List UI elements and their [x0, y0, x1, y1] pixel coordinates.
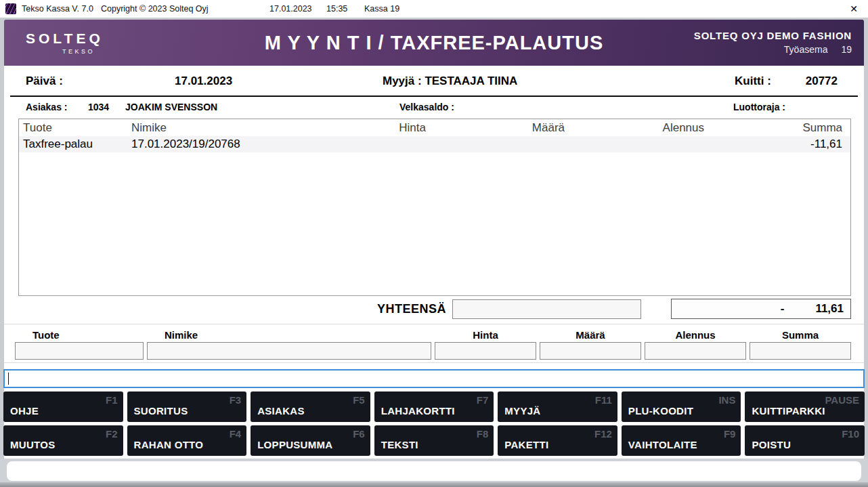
- function-button-ohje[interactable]: F1 OHJE: [3, 391, 123, 422]
- seller-value: TESTAAJA TIINA: [425, 75, 517, 87]
- function-button-grid: F1 OHJE F3 SUORITUS F5 ASIAKAS F7 LAHJAK…: [3, 391, 865, 456]
- col-header-hinta: Hinta: [314, 121, 426, 135]
- function-button-myyja[interactable]: F11 MYYJÄ: [498, 391, 617, 422]
- col-header-nimike: Nimike: [131, 121, 314, 135]
- function-button-kuittiparkki[interactable]: PAUSE KUITTIPARKKI: [745, 391, 865, 422]
- items-table[interactable]: Tuote Nimike Hinta Määrä Alennus Summa T…: [18, 119, 851, 296]
- button-label: LAHJAKORTTI: [381, 405, 455, 417]
- button-key: F4: [230, 428, 242, 440]
- button-label: ASIAKAS: [257, 405, 305, 417]
- function-button-lahjakortti[interactable]: F7 LAHJAKORTTI: [374, 391, 494, 422]
- entry-label-maara: Määrä: [540, 329, 641, 341]
- app-header: SOLTEQ TEKSO M Y Y N T I / TAXFREE-PALAU…: [4, 20, 864, 66]
- entry-label-alennus: Alennus: [645, 329, 746, 341]
- seller-line: Myyjä : TESTAAJA TIINA: [383, 75, 517, 88]
- function-button-muutos[interactable]: F2 MUUTOS: [3, 425, 123, 456]
- total-entry-input[interactable]: [452, 299, 641, 319]
- function-button-paketti[interactable]: F12 PAKETTI: [498, 425, 617, 456]
- button-key: F1: [106, 394, 118, 406]
- button-label: KUITTIPARKKI: [752, 405, 825, 417]
- button-label: MUUTOS: [10, 439, 56, 450]
- button-key: F6: [353, 428, 365, 440]
- entry-input-hinta[interactable]: [435, 342, 536, 360]
- button-label: PAKETTI: [504, 439, 548, 450]
- button-key: F2: [106, 428, 118, 440]
- app-title: Tekso Kassa V. 7.0: [22, 4, 93, 14]
- store-block: SOLTEQ OYJ DEMO FASHION Työasema19: [694, 30, 852, 55]
- table-row[interactable]: Taxfree-palau 17.01.2023/19/20768 -11,61: [19, 136, 850, 152]
- entry-input-nimike[interactable]: [147, 342, 431, 360]
- entry-input-maara[interactable]: [540, 342, 641, 360]
- col-header-tuote: Tuote: [23, 121, 131, 135]
- button-label: SUORITUS: [134, 405, 188, 417]
- separator: [4, 324, 864, 324]
- store-name: SOLTEQ OYJ DEMO FASHION: [694, 30, 852, 41]
- main-content: Päivä : 17.01.2023 Myyjä : TESTAAJA TIIN…: [4, 66, 864, 459]
- separator: [4, 362, 864, 363]
- cell-summa: -11,61: [704, 137, 842, 151]
- button-label: OHJE: [10, 405, 39, 417]
- workstation-info: Työasema19: [694, 44, 852, 55]
- receipt-label: Kuitti :: [735, 75, 771, 88]
- button-key: PAUSE: [825, 394, 859, 406]
- function-button-loppusumma[interactable]: F6 LOPPUSUMMA: [251, 425, 370, 456]
- total-label: YHTEENSÄ: [377, 302, 446, 316]
- titlebar-date: 17.01.2023: [269, 4, 312, 14]
- button-label: RAHAN OTTO: [134, 439, 204, 450]
- button-label: POISTU: [752, 439, 791, 450]
- text-caret: [8, 373, 9, 385]
- function-button-poistu[interactable]: F10 POISTU: [745, 425, 865, 456]
- button-label: PLU-KOODIT: [628, 405, 693, 417]
- entry-label-tuote: Tuote: [32, 329, 60, 341]
- app-icon: [5, 3, 16, 14]
- titlebar: Tekso Kassa V. 7.0 Copyright © 2023 Solt…: [0, 0, 868, 18]
- receipt-value: 20772: [806, 75, 838, 88]
- function-button-asiakas[interactable]: F5 ASIAKAS: [251, 391, 370, 422]
- close-icon[interactable]: ✕: [845, 0, 863, 18]
- titlebar-register: Kassa 19: [364, 4, 399, 14]
- total-amount: 11,61: [815, 302, 844, 316]
- table-header-row: Tuote Nimike Hinta Määrä Alennus Summa: [19, 119, 850, 136]
- command-input[interactable]: [3, 369, 865, 388]
- debt-label: Velkasaldo :: [399, 102, 454, 112]
- cell-tuote: Taxfree-palau: [23, 137, 131, 151]
- button-key: INS: [718, 394, 735, 406]
- button-key: F12: [594, 428, 612, 440]
- entry-label-nimike: Nimike: [165, 329, 198, 341]
- titlebar-time: 15:35: [326, 4, 347, 14]
- function-button-suoritus[interactable]: F3 SUORITUS: [127, 391, 247, 422]
- button-label: VAIHTOLAITE: [628, 439, 697, 450]
- workstation-label: Työasema: [784, 44, 828, 55]
- button-key: F5: [353, 394, 365, 406]
- entry-label-summa: Summa: [750, 329, 851, 341]
- col-header-alennus: Alennus: [565, 121, 704, 135]
- button-key: F7: [477, 394, 489, 406]
- total-amount-box: - 11,61: [671, 299, 851, 319]
- entry-input-tuote[interactable]: [15, 342, 144, 360]
- button-key: F3: [230, 394, 242, 406]
- credit-label: Luottoraja :: [733, 102, 785, 112]
- col-header-maara: Määrä: [426, 121, 565, 135]
- button-key: F8: [477, 428, 489, 440]
- function-button-rahan-otto[interactable]: F4 RAHAN OTTO: [127, 425, 247, 456]
- function-button-plu-koodit[interactable]: INS PLU-KOODIT: [622, 391, 741, 422]
- customer-label: Asiakas :: [26, 102, 67, 112]
- date-value: 17.01.2023: [175, 75, 232, 88]
- divider-rule: [10, 96, 858, 97]
- footer-shadow: [0, 482, 868, 487]
- function-button-teksti[interactable]: F8 TEKSTI: [374, 425, 494, 456]
- function-button-vaihtolaite[interactable]: F9 VAIHTOLAITE: [622, 425, 741, 456]
- entry-label-hinta: Hinta: [435, 329, 536, 341]
- entry-input-alennus[interactable]: [645, 342, 746, 360]
- button-label: LOPPUSUMMA: [257, 439, 332, 450]
- entry-input-summa[interactable]: [750, 342, 851, 360]
- cell-nimike: 17.01.2023/19/20768: [131, 137, 314, 151]
- footer-status-bar: [7, 461, 861, 481]
- date-label: Päivä :: [26, 75, 63, 88]
- button-key: F10: [842, 428, 859, 440]
- workstation-number: 19: [841, 44, 852, 55]
- footer: [0, 459, 868, 487]
- button-label: MYYJÄ: [504, 405, 540, 417]
- total-sign: -: [781, 302, 785, 316]
- seller-label: Myyjä :: [383, 75, 422, 87]
